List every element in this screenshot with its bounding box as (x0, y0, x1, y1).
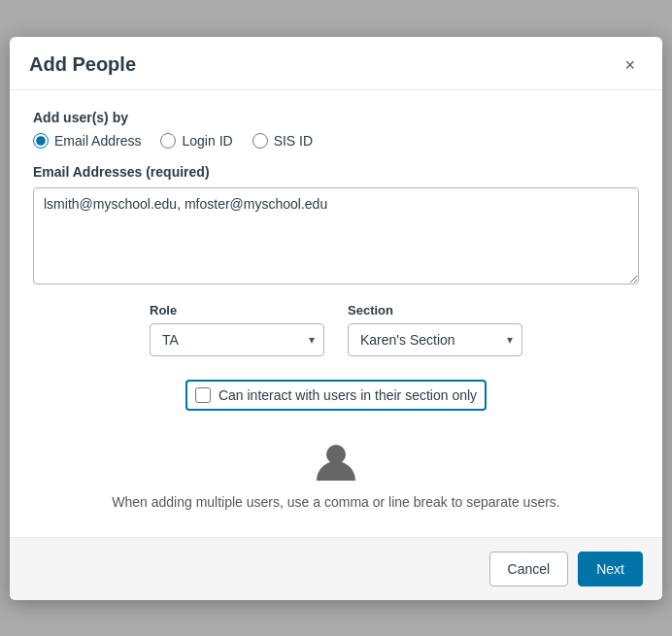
section-only-checkbox-row[interactable]: Can interact with users in their section… (185, 380, 487, 411)
radio-sis[interactable] (252, 133, 268, 149)
section-select-group: Section Karen's Section Section 1 Sectio… (348, 303, 522, 356)
email-field-label: Email Addresses (required) (33, 164, 639, 180)
close-button[interactable]: × (617, 52, 643, 78)
radio-login-label: Login ID (182, 133, 232, 149)
user-avatar-icon (313, 438, 359, 485)
radio-sis-option[interactable]: SIS ID (252, 133, 313, 149)
radio-email-label: Email Address (54, 133, 141, 149)
section-select[interactable]: Karen's Section Section 1 Section 2 (348, 323, 522, 356)
radio-login-option[interactable]: Login ID (160, 133, 232, 149)
radio-sis-label: SIS ID (274, 133, 313, 149)
modal-footer: Cancel Next (10, 537, 662, 600)
radio-login[interactable] (160, 133, 176, 149)
add-by-label: Add user(s) by (33, 110, 639, 125)
selects-row: Role Student Teacher TA Observer Designe… (33, 303, 639, 356)
section-only-label: Can interact with users in their section… (218, 387, 477, 403)
email-textarea[interactable]: lsmith@myschool.edu, mfoster@myschool.ed… (33, 187, 639, 285)
role-select[interactable]: Student Teacher TA Observer Designer (150, 323, 324, 356)
modal-header: Add People × (10, 37, 662, 90)
info-text: When adding multiple users, use a comma … (112, 494, 559, 510)
role-select-group: Role Student Teacher TA Observer Designe… (150, 303, 324, 356)
radio-group: Email Address Login ID SIS ID (33, 133, 639, 149)
cancel-button[interactable]: Cancel (489, 552, 569, 586)
modal-body: Add user(s) by Email Address Login ID SI… (10, 90, 662, 537)
email-field-group: Email Addresses (required) lsmith@myscho… (33, 164, 639, 287)
modal-title: Add People (29, 53, 136, 76)
next-button[interactable]: Next (578, 552, 643, 586)
radio-email-option[interactable]: Email Address (33, 133, 141, 149)
radio-email[interactable] (33, 133, 49, 149)
role-select-wrapper: Student Teacher TA Observer Designer ▾ (150, 323, 324, 356)
add-by-group: Add user(s) by Email Address Login ID SI… (33, 110, 639, 149)
section-label: Section (348, 303, 522, 318)
info-section: When adding multiple users, use a comma … (112, 422, 559, 518)
modal-dialog: Add People × Add user(s) by Email Addres… (10, 37, 662, 600)
controls-area: Can interact with users in their section… (33, 368, 639, 518)
modal-overlay: Add People × Add user(s) by Email Addres… (0, 0, 672, 636)
role-label: Role (150, 303, 324, 318)
section-only-checkbox[interactable] (195, 387, 211, 403)
section-select-wrapper: Karen's Section Section 1 Section 2 ▾ (348, 323, 522, 356)
